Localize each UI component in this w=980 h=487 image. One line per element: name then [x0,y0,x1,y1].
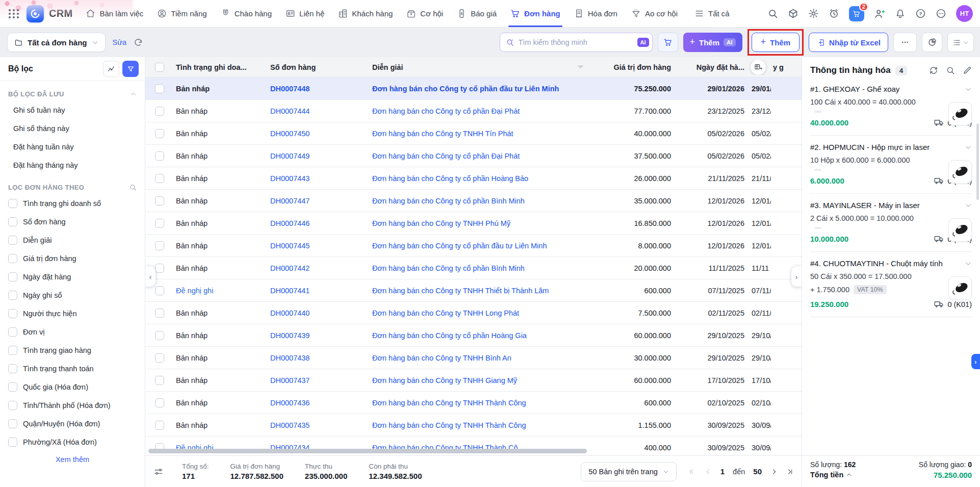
order-description-link[interactable]: Đơn hàng bán cho Công ty TNHH Thiết bị T… [372,287,549,295]
nav-item-building[interactable]: Khách hàng [338,0,393,27]
per-page-dropdown[interactable]: 50 Bản ghi trên trang [581,462,676,481]
order-number-link[interactable]: DH0007443 [270,174,310,183]
table-row[interactable]: Bản nháp DH0007446 Đơn hàng bán cho Công… [145,212,802,235]
scroll-right-chevron[interactable]: › [791,266,802,287]
order-description-link[interactable]: Đơn hàng bán cho Công ty cổ phần Hoàng B… [372,174,528,183]
column-order-number[interactable]: Số đơn hàng [268,63,370,71]
order-description-link[interactable]: Đơn hàng bán cho Công ty TNHH Giang Mỹ [372,376,517,385]
table-row[interactable]: Bản nháp DH0007442 Đơn hàng bán cho Công… [145,257,802,279]
scroll-left-chevron[interactable]: ‹ [145,266,156,287]
saved-filter-item[interactable]: Ghi sổ tuần này [7,101,138,119]
checkbox[interactable] [8,309,17,318]
checkbox[interactable] [8,236,17,245]
panel-refresh-icon[interactable] [929,66,938,75]
filter-checkbox-item[interactable]: Tình trạng ghi doanh số [7,194,138,213]
nav-item-user-circle[interactable]: Tiềm năng [157,0,207,27]
row-checkbox[interactable] [155,129,164,138]
nav-item-quote-doc[interactable]: $ Báo giá [457,0,497,27]
view-selector-dropdown[interactable]: Tất cả đơn hàng [7,33,106,52]
checkbox[interactable] [8,217,17,226]
filter-checkbox-item[interactable]: Quận/Huyện (Hóa đơn) [7,415,138,433]
table-row[interactable]: Bản nháp DH0007435 Đơn hàng bán cho Công… [145,414,802,437]
table-row[interactable]: Bản nháp DH0007436 Đơn hàng bán cho Công… [145,392,802,414]
chevron-down-icon[interactable] [965,86,972,93]
filter-checkbox-item[interactable]: Diễn giải [7,231,138,249]
order-description-link[interactable]: Đơn hàng bán cho Công ty TNHH Bình An [372,354,511,362]
checkbox[interactable] [8,382,17,392]
chevron-down-icon[interactable] [965,202,972,209]
search-icon[interactable] [129,184,137,191]
panel-edit-icon[interactable] [963,66,972,75]
column-filter-icon[interactable] [577,63,584,71]
row-checkbox[interactable] [155,151,164,161]
product-thumbnail[interactable] [948,218,972,242]
column-description[interactable]: Diễn giải [370,63,598,71]
saved-filter-item[interactable]: Đặt hàng tuần này [7,138,138,156]
row-checkbox[interactable] [155,107,164,116]
add-order-button[interactable]: + Thêm [752,33,800,52]
add-user-icon[interactable] [874,8,885,19]
filter-checkbox-item[interactable]: Tình trạng giao hàng [7,341,138,360]
nav-item-invoice[interactable]: Hóa đơn [574,0,617,27]
select-all-checkbox[interactable] [155,63,164,72]
checkbox[interactable] [8,254,17,263]
filter-checkbox-item[interactable]: Tình trạng thanh toán [7,360,138,378]
user-avatar[interactable]: HT [956,5,973,22]
import-excel-button[interactable]: Nhập từ Excel [809,33,888,52]
row-checkbox[interactable] [155,286,164,295]
row-checkbox[interactable] [155,309,164,318]
row-checkbox[interactable] [155,264,164,273]
reminder-clock-icon[interactable] [829,8,839,19]
order-number-link[interactable]: DH0007450 [270,130,310,138]
nav-item-cart[interactable]: Đơn hàng [510,0,560,27]
table-row[interactable]: Bản nháp DH0007448 Đơn hàng bán cho Công… [145,78,802,100]
filter-checkbox-item[interactable]: Số đơn hàng [7,213,138,231]
table-row[interactable]: Bản nháp DH0007449 Đơn hàng bán cho Công… [145,145,802,167]
order-description-link[interactable]: Đơn hàng bán cho Công ty TNHH Thành Công [372,399,526,407]
table-row[interactable]: Bản nháp DH0007440 Đơn hàng bán cho Công… [145,302,802,324]
chevron-down-icon[interactable] [965,260,972,267]
add-ai-button[interactable]: + Thêm AI [683,33,742,52]
package-search-icon[interactable] [788,8,798,19]
checkbox[interactable] [8,327,17,337]
product-item[interactable]: #4. CHUOTMAYTINH - Chuột máy tính 50 Cái… [810,252,972,317]
summary-settings-icon[interactable] [153,467,164,477]
product-item[interactable]: #2. HOPMUCIN - Hộp mực in laser 10 Hộp x… [810,136,972,194]
saved-filters-header[interactable]: BỘ LỌC ĐÃ LƯU [8,90,137,98]
checkbox[interactable] [8,419,17,428]
cart-quick-icon[interactable]: 2 [849,6,864,21]
order-number-link[interactable]: DH0007438 [270,354,310,362]
order-number-link[interactable]: DH0007446 [270,219,310,227]
nav-item-menu[interactable]: Tất cả [694,0,730,27]
row-checkbox[interactable] [155,421,164,430]
order-description-link[interactable]: Đơn hàng bán cho Công ty TNHH Phú Mỹ [372,219,510,227]
order-number-link[interactable]: DH0007437 [270,376,310,385]
crm-logo-icon[interactable] [27,5,44,22]
order-number-link[interactable]: DH0007449 [270,152,310,160]
panel-search-icon[interactable] [946,66,955,75]
more-options-icon[interactable] [936,8,946,19]
column-order-date[interactable]: Ngày đặt hà... [674,63,745,71]
row-checkbox[interactable] [155,353,164,363]
filter-checkbox-item[interactable]: Người thực hiện [7,304,138,323]
row-checkbox[interactable] [155,84,164,93]
checkbox[interactable] [8,346,17,355]
checkbox[interactable] [8,401,17,410]
order-number-link[interactable]: DH0007441 [270,287,310,295]
order-description-link[interactable]: Đơn hàng bán cho Công ty TNHH Tín Phát [372,130,513,138]
notifications-bell-icon[interactable] [895,8,906,19]
table-row[interactable]: Bản nháp DH0007444 Đơn hàng bán cho Công… [145,100,802,122]
row-checkbox[interactable] [155,376,164,385]
order-description-link[interactable]: Đơn hàng bán cho Công ty cổ phần Hoàng G… [372,331,527,340]
chevron-down-icon[interactable] [965,144,972,151]
order-number-link[interactable]: DH0007439 [270,331,310,340]
refresh-icon[interactable] [134,38,143,47]
product-item[interactable]: #1. GHEXOAY - Ghế xoay 100 Cái x 400.000… [810,78,972,136]
table-row[interactable]: Đề nghị ghi DH0007441 Đơn hàng bán cho C… [145,279,802,302]
row-checkbox[interactable] [155,196,164,206]
row-checkbox[interactable] [155,174,164,183]
nav-item-funnel[interactable]: Ao cơ hội [631,0,678,27]
table-row[interactable]: Bản nháp DH0007450 Đơn hàng bán cho Công… [145,122,802,145]
row-checkbox[interactable] [155,219,164,228]
nav-item-bag[interactable]: Cơ hội [406,0,443,27]
